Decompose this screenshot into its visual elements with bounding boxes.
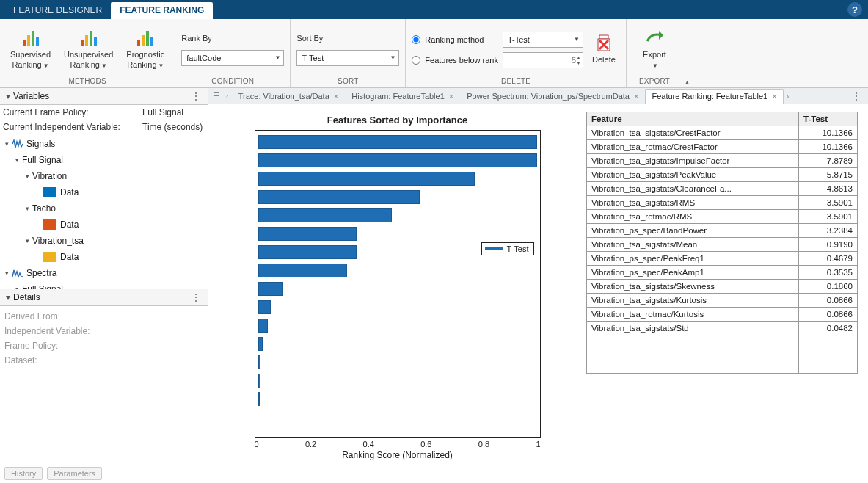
sort-by-label: Sort By [296,34,399,43]
ranking-method-select[interactable]: T-Test ▼ [503,32,583,48]
collapse-icon[interactable]: ▾ [3,91,13,101]
details-title: Details [13,292,40,302]
chart-legend[interactable]: T-Test [481,242,534,255]
chart-bar[interactable] [258,319,268,333]
spin-up-icon[interactable]: ▲ [576,55,581,60]
table-row[interactable]: Vibration_tsa_sigstats/ImpulseFactor7.87… [587,154,858,168]
tab-power-spectrum[interactable]: Power Spectrum: Vibration_ps/SpectrumDat… [460,89,645,104]
chart-axes[interactable]: T-Test [255,130,541,438]
table-row[interactable]: Vibration_ps_spec/PeakFreq10.4679 [587,252,858,266]
tabs-more-icon[interactable]: ⋮ [847,90,867,102]
close-icon[interactable]: × [634,92,638,101]
svg-rect-4 [81,40,84,46]
tabs-next-icon[interactable]: › [784,92,792,101]
frame-policy-label: Current Frame Policy: [3,107,142,117]
details-ds: Dataset: [4,353,203,368]
app-tab-ranking[interactable]: FEATURE RANKING [111,2,213,19]
chart-bar[interactable] [258,374,260,388]
frame-policy-row: Current Frame Policy: Full Signal [0,105,208,120]
parameters-button[interactable]: Parameters [47,467,102,480]
supervised-ranking-button[interactable]: SupervisedRanking▼ [6,25,55,72]
svg-rect-12 [599,35,608,39]
tab-trace[interactable]: Trace: Vibration_tsa/Data× [232,89,346,104]
features-below-radio[interactable] [412,56,420,65]
svg-rect-10 [146,31,149,46]
chart-bar[interactable] [258,355,260,369]
table-row[interactable]: Vibration_tsa_sigstats/Kurtosis0.0866 [587,294,858,308]
spin-down-icon[interactable]: ▼ [576,60,581,65]
tabs-prev-icon[interactable]: ‹ [223,92,232,101]
chart-bar[interactable] [258,135,537,149]
chart-bar[interactable] [258,190,420,204]
tabs-menu-icon[interactable]: ☰ [210,91,223,101]
ts-group-condition: Rank By faultCode ▼ CONDITION [175,19,291,87]
table-row[interactable]: Vibration_ps_spec/PeakAmp10.3535 [587,266,858,280]
chart-bar[interactable] [258,337,263,351]
table-row[interactable]: Vibration_ps_spec/BandPower3.2384 [587,224,858,238]
col-feature[interactable]: Feature [587,112,799,126]
tree-spectra[interactable]: ▾Spectra [0,265,208,281]
table-row[interactable]: Vibration_tsa_sigstats/Mean0.9190 [587,238,858,252]
table-row[interactable]: Vibration_tsa_sigstats/Skewness0.1860 [587,280,858,294]
tree-vibration[interactable]: ▾Vibration [0,168,208,184]
independent-var-label: Current Independent Variable: [3,122,142,132]
tab-histogram[interactable]: Histogram: FeatureTable1× [345,89,460,104]
details-body: Derived From: Independent Variable: Fram… [0,306,208,464]
close-icon[interactable]: × [449,92,453,101]
tree-vibration-tsa[interactable]: ▾Vibration_tsa [0,233,208,249]
tree-full-signal-2[interactable]: ▾Full Signal [0,281,208,289]
sort-by-select[interactable]: T-Test ▼ [296,50,399,66]
close-icon[interactable]: × [772,92,776,101]
svg-rect-1 [27,35,30,46]
chart-bar[interactable] [258,172,475,186]
close-icon[interactable]: × [334,92,338,101]
rank-by-select[interactable]: faultCode ▼ [181,50,284,66]
chevron-down-icon: ▼ [574,36,580,43]
history-button[interactable]: History [4,467,43,480]
variables-header: ▾ Variables ⋮ [0,88,208,105]
table-row[interactable]: Vibration_tsa_sigstats/ClearanceFa...4.8… [587,182,858,196]
table-row[interactable]: Vibration_tsa_sigstats/RMS3.5901 [587,196,858,210]
features-below-spinner[interactable]: 5 ▲▼ [503,52,583,68]
group-label-condition: CONDITION [175,76,290,87]
tree-tacho-data[interactable]: Data [0,217,208,233]
chart-bar[interactable] [258,227,357,241]
tab-feature-ranking[interactable]: Feature Ranking: FeatureTable1× [645,89,783,104]
chart-bar[interactable] [258,282,284,296]
chart-bar[interactable] [258,300,271,314]
sort-by-value: T-Test [302,54,324,62]
variables-tree[interactable]: ▾Signals ▾Full Signal ▾Vibration Data ▾T… [0,134,208,289]
unsupervised-ranking-button[interactable]: UnsupervisedRanking▼ [59,25,117,72]
color-swatch-orange [43,219,56,230]
collapse-icon[interactable]: ▾ [3,292,13,302]
tree-tacho[interactable]: ▾Tacho [0,200,208,217]
ranking-method-radio[interactable] [412,35,420,44]
table-row[interactable]: Vibration_tsa_rotmac/Kurtosis0.0866 [587,308,858,322]
prognostic-ranking-button[interactable]: PrognosticRanking▼ [122,25,169,72]
table-row[interactable]: Vibration_tsa_sigstats/CrestFactor10.136… [587,126,858,140]
toolstrip-collapse[interactable]: ▴ [682,19,693,87]
export-button[interactable]: Export▼ [632,25,676,72]
tree-vibration-data[interactable]: Data [0,184,208,200]
table-row[interactable]: Vibration_tsa_sigstats/PeakValue5.8715 [587,168,858,182]
chart-bar[interactable] [258,392,260,406]
table-row[interactable]: Vibration_tsa_sigstats/Std0.0482 [587,322,858,335]
chart-bar[interactable] [258,245,357,259]
tree-vibration-tsa-data[interactable]: Data [0,249,208,265]
delete-button[interactable]: Delete [588,30,620,68]
chart-bar[interactable] [258,153,537,167]
app-tab-designer[interactable]: FEATURE DESIGNER [4,2,111,19]
table-row[interactable]: Vibration_tsa_rotmac/CrestFactor10.1366 [587,140,858,154]
table-row[interactable]: Vibration_tsa_rotmac/RMS3.5901 [587,210,858,224]
panel-menu-icon[interactable]: ⋮ [188,90,205,102]
ranking-table[interactable]: Feature T-Test Vibration_tsa_sigstats/Cr… [586,112,858,374]
chart-bar[interactable] [258,264,348,277]
panel-menu-icon[interactable]: ⋮ [188,291,205,303]
content-area: Features Sorted by Importance T-Test 00.… [208,104,868,483]
col-ttest[interactable]: T-Test [799,112,858,126]
chevron-down-icon: ▼ [652,62,658,69]
tree-full-signal-1[interactable]: ▾Full Signal [0,152,208,168]
chart-bar[interactable] [258,208,392,222]
help-button[interactable]: ? [847,2,862,17]
tree-signals[interactable]: ▾Signals [0,136,208,152]
